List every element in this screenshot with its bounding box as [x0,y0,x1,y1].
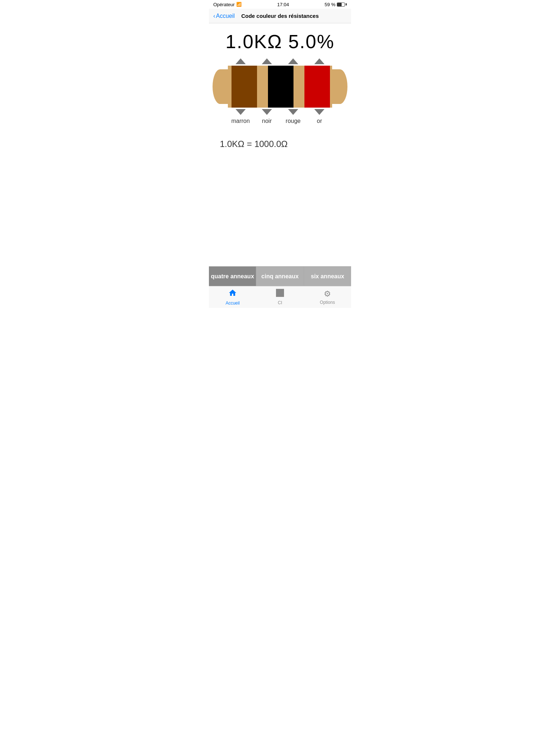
back-label: Accueil [216,13,235,19]
band3-down-arrow[interactable] [288,109,298,115]
band2-down-arrow[interactable] [262,109,272,115]
band-2 [268,66,293,108]
arrows-down-row [228,109,333,115]
resistor-wrapper [213,66,347,108]
tab-accueil-label: Accueil [226,301,240,306]
band2-label: noir [254,118,280,124]
nav-bar: ‹ Accueil Code couleur des résistances [209,9,351,23]
resistor-container: marron noir rouge or [213,58,347,124]
band4-label: or [307,118,332,124]
gear-icon: ⚙ [324,289,331,299]
band3-label: rouge [280,118,306,124]
status-left: Opérateur 📶 [213,2,242,7]
band1-down-arrow[interactable] [236,109,246,115]
tab-options[interactable]: ⚙ Options [304,286,351,308]
band2-up-arrow[interactable] [262,58,272,64]
equation-text: 1.0KΩ = 1000.0Ω [220,139,288,149]
resistor-right-end [332,69,347,104]
segment-six-anneaux[interactable]: six anneaux [304,267,351,286]
band-labels-row: marron noir rouge or [228,118,333,124]
home-icon [228,289,237,299]
band3-up-arrow[interactable] [288,58,298,64]
battery-percent: 59 % [324,2,335,7]
segment-quatre-anneaux[interactable]: quatre anneaux [209,267,256,286]
equation-section: 1.0KΩ = 1000.0Ω [213,128,347,156]
segment-bar: quatre anneaux cinq anneaux six anneaux [209,266,351,286]
band4-up-arrow[interactable] [314,58,324,64]
back-button[interactable]: ‹ Accueil [213,13,235,19]
arrows-up-row [228,58,333,64]
tab-ci[interactable]: CI [256,286,304,308]
tab-bar: Accueil CI ⚙ Options [209,286,351,308]
battery-icon [337,3,347,7]
time-label: 17:04 [277,2,289,7]
tab-options-label: Options [320,300,335,305]
back-chevron-icon: ‹ [213,13,215,19]
ci-icon [276,289,284,299]
resistor-left-end [213,69,228,104]
status-right: 59 % [324,2,347,7]
band1-up-arrow[interactable] [236,58,246,64]
band-3 [304,66,330,108]
resistor-body [228,66,332,108]
main-content: 1.0KΩ 5.0% [209,23,351,266]
operator-label: Opérateur [213,2,235,7]
page-title: Code couleur des résistances [241,13,319,19]
wifi-icon: 📶 [236,2,242,7]
resistance-display: 1.0KΩ 5.0% [226,31,335,53]
tab-accueil[interactable]: Accueil [209,286,256,308]
status-bar: Opérateur 📶 17:04 59 % [209,0,351,9]
tab-ci-label: CI [278,300,282,305]
band-1 [232,66,257,108]
band1-label: marron [228,118,253,124]
band4-down-arrow[interactable] [314,109,324,115]
segment-cinq-anneaux[interactable]: cinq anneaux [256,267,304,286]
